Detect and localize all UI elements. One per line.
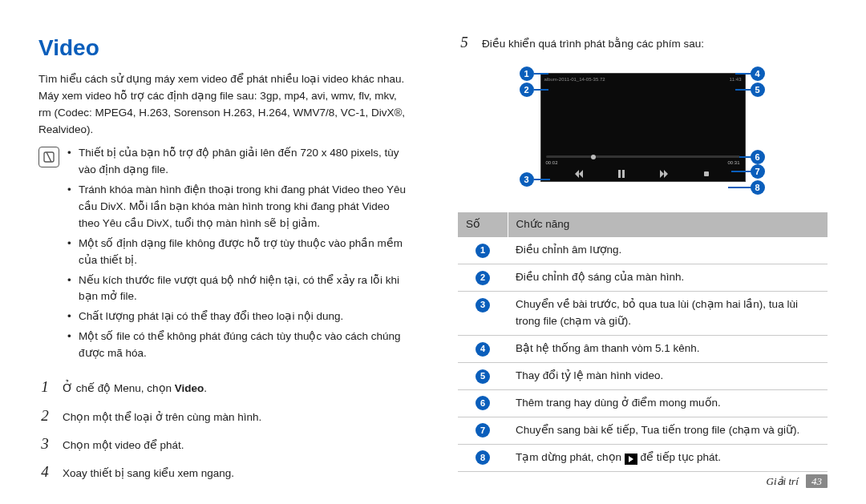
th-number: Số: [458, 212, 508, 237]
note-bullet: Tránh khóa màn hình điện thoại trong khi…: [67, 182, 408, 232]
footer-page-number: 43: [806, 474, 828, 488]
callout-2: 2: [520, 83, 534, 97]
step-text: Chọn một video để phát.: [63, 437, 408, 454]
step: 2Chọn một thể loại ở trên cùng màn hình.: [38, 404, 408, 427]
callout-6: 6: [751, 150, 765, 164]
note-bullet: Nếu kích thước file vượt quá bộ nhớ hiện…: [67, 272, 408, 306]
step-5: 5 Điều khiển quá trình phát bằng các phí…: [458, 30, 828, 54]
table-row: 2Điều chỉnh độ sáng của màn hình.: [458, 264, 828, 292]
callout-3: 3: [520, 172, 534, 187]
row-description: Chuyển sang bài kế tiếp, Tua tiến trong …: [508, 417, 828, 444]
step-number: 5: [458, 30, 471, 54]
note-bullet: Chất lượng phát lại có thể thay đổi theo…: [67, 308, 408, 325]
table-row: 8Tạm dừng phát, chọn để tiếp tục phát.: [458, 444, 828, 471]
table-row: 7Chuyển sang bài kế tiếp, Tua tiến trong…: [458, 417, 828, 444]
page-title: Video: [38, 30, 408, 65]
callout-4: 4: [751, 67, 765, 81]
time-elapsed: 00:02: [546, 159, 558, 167]
page-footer: Giải trí 43: [767, 474, 828, 490]
callout-7: 7: [751, 164, 765, 179]
step-number: 1: [38, 375, 51, 398]
step-text: Ở chế độ Menu, chọn Video.: [63, 381, 408, 397]
callout-5: 5: [751, 83, 765, 97]
callout-8: 8: [751, 180, 765, 195]
step-number: 4: [38, 460, 51, 483]
table-row: 3Chuyển về bài trước, bỏ qua tua lùi (ch…: [458, 292, 828, 336]
row-description: Bật hệ thống âm thanh vòm 5.1 kênh.: [508, 336, 828, 363]
note-bullet: Thiết bị của bạn hỗ trợ độ phân giải lên…: [67, 145, 408, 179]
step-number: 2: [38, 404, 51, 427]
row-number-badge: 2: [475, 271, 490, 285]
function-table: Số Chức năng 1Điều chỉnh âm lượng.2Điều …: [458, 212, 828, 471]
step-number: 3: [38, 432, 51, 455]
video-player-diagram: album-2011-01_14-05-35.72 11:43 00:02 00…: [491, 60, 795, 204]
row-number-badge: 7: [475, 423, 490, 437]
time-total: 00:31: [727, 159, 739, 167]
row-number-badge: 6: [475, 396, 490, 410]
row-description: Thêm trang hay dùng ở điểm mong muốn.: [508, 389, 828, 417]
svg-rect-2: [622, 170, 625, 178]
play-icon: [625, 454, 637, 465]
note-icon: [38, 147, 59, 167]
table-row: 4Bật hệ thống âm thanh vòm 5.1 kênh.: [458, 336, 828, 363]
step: 3Chọn một video để phát.: [38, 432, 408, 455]
step: 4Xoay thiết bị sang kiểu xem ngang.: [38, 460, 408, 483]
svg-rect-3: [704, 171, 709, 176]
th-function: Chức năng: [508, 212, 828, 237]
video-player: album-2011-01_14-05-35.72 11:43 00:02 00…: [540, 73, 746, 182]
player-clock: 11:43: [729, 76, 741, 83]
step-text: Chọn một thể loại ở trên cùng màn hình.: [63, 409, 408, 426]
intro-paragraph: Tìm hiểu cách sử dụng máy xem video để p…: [38, 71, 408, 139]
note-bullet: Một số định dạng file không được hỗ trợ …: [67, 236, 408, 269]
table-row: 6Thêm trang hay dùng ở điểm mong muốn.: [458, 389, 828, 417]
player-filename: album-2011-01_14-05-35.72: [544, 76, 605, 83]
row-number-badge: 3: [475, 298, 490, 312]
row-number-badge: 4: [475, 342, 490, 357]
next-icon: [660, 170, 668, 178]
step-text: Xoay thiết bị sang kiểu xem ngang.: [63, 466, 408, 482]
row-description: Điều chỉnh âm lượng.: [508, 237, 828, 264]
bookmark-icon: [702, 170, 710, 178]
note-block: Thiết bị của bạn hỗ trợ độ phân giải lên…: [38, 145, 408, 365]
note-bullet: Một số file có thể không phát đúng cách …: [67, 329, 408, 362]
row-description: Điều chỉnh độ sáng của màn hình.: [508, 264, 828, 292]
callout-1: 1: [520, 67, 534, 81]
row-number-badge: 8: [475, 450, 490, 465]
row-description: Thay đổi tỷ lệ màn hình video.: [508, 362, 828, 389]
row-description: Tạm dừng phát, chọn để tiếp tục phát.: [508, 444, 828, 471]
row-description: Chuyển về bài trước, bỏ qua tua lùi (chạ…: [508, 292, 828, 336]
step: 1Ở chế độ Menu, chọn Video.: [38, 375, 408, 398]
svg-rect-1: [618, 170, 621, 178]
row-number-badge: 5: [475, 369, 490, 384]
table-row: 1Điều chỉnh âm lượng.: [458, 237, 828, 264]
row-number-badge: 1: [475, 244, 490, 258]
footer-section: Giải trí: [767, 475, 799, 487]
step-text: Điều khiển quá trình phát bằng các phím …: [482, 36, 828, 53]
pause-icon: [617, 170, 625, 178]
prev-icon: [575, 170, 583, 178]
table-row: 5Thay đổi tỷ lệ màn hình video.: [458, 362, 828, 389]
